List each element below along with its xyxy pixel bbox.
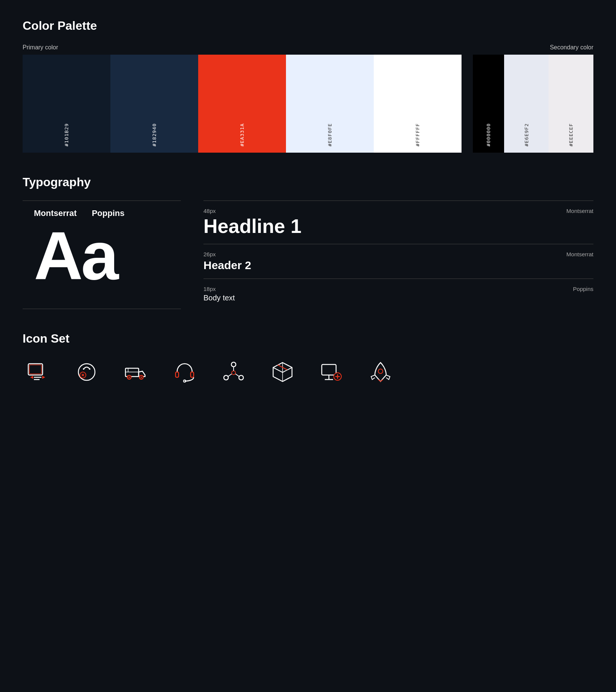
type-sample-size-header2: 26px bbox=[203, 251, 216, 257]
swatch-000000: #000000 bbox=[473, 55, 504, 153]
swatch-label-EEECEF: #EEECEF bbox=[568, 123, 574, 147]
type-sample-bodytext: 18px Poppins Body text bbox=[203, 279, 593, 309]
typography-title: Typography bbox=[23, 175, 593, 189]
swatch-label-E6E9F2: #E6E9F2 bbox=[524, 123, 529, 147]
font-name-poppins: Poppins bbox=[92, 208, 125, 218]
svg-point-14 bbox=[128, 377, 130, 378]
swatch-E8F0FE: #E8F0FE bbox=[286, 55, 374, 153]
svg-point-25 bbox=[232, 371, 235, 375]
svg-point-22 bbox=[231, 362, 236, 367]
swatch-label-101B29: #101B29 bbox=[64, 123, 69, 147]
header2-text: Header 2 bbox=[203, 259, 593, 272]
type-samples: 48px Montserrat Headline 1 26px Montserr… bbox=[203, 201, 593, 309]
icons-row bbox=[23, 357, 593, 387]
cancel-icon bbox=[72, 357, 102, 387]
color-palette-title: Color Palette bbox=[23, 19, 593, 33]
type-sample-meta-header2: 26px Montserrat bbox=[203, 251, 593, 257]
svg-rect-1 bbox=[29, 365, 41, 374]
swatch-182940: #182940 bbox=[110, 55, 198, 153]
font-names-row: Montserrat Poppins bbox=[34, 208, 170, 218]
svg-point-23 bbox=[224, 375, 228, 380]
icon-set-title: Icon Set bbox=[23, 332, 593, 346]
type-sample-headline1: 48px Montserrat Headline 1 bbox=[203, 201, 593, 244]
color-labels-row: Primary color Secondary color bbox=[23, 44, 593, 51]
add-screen-icon bbox=[316, 357, 347, 387]
swatch-label-FFFFFF: #FFFFFF bbox=[415, 123, 420, 147]
rocket-icon bbox=[365, 357, 396, 387]
support-icon bbox=[170, 357, 200, 387]
type-sample-font-bodytext: Poppins bbox=[573, 286, 593, 292]
svg-rect-12 bbox=[125, 368, 139, 377]
icon-set-section: Icon Set bbox=[23, 332, 593, 387]
swatch-EA331A: #EA331A bbox=[198, 55, 286, 153]
svg-point-24 bbox=[239, 375, 243, 380]
svg-point-16 bbox=[141, 377, 142, 378]
swatch-label-182940: #182940 bbox=[151, 123, 157, 147]
swatch-label-E8F0FE: #E8F0FE bbox=[327, 123, 333, 147]
svg-rect-29 bbox=[322, 364, 336, 375]
svg-point-6 bbox=[78, 364, 95, 380]
swatch-FFFFFF: #FFFFFF bbox=[374, 55, 462, 153]
svg-point-10 bbox=[83, 368, 84, 370]
secondary-color-label: Secondary color bbox=[550, 44, 593, 51]
package-icon bbox=[267, 357, 298, 387]
color-palette-section: Color Palette Primary color Secondary co… bbox=[23, 19, 593, 153]
font-name-montserrat: Montserrat bbox=[34, 208, 77, 218]
type-sample-size-bodytext: 18px bbox=[203, 286, 216, 292]
color-swatches-container: #101B29 #182940 #EA331A #E8F0FE #FFFFFF … bbox=[23, 55, 593, 153]
primary-swatches: #101B29 #182940 #EA331A #E8F0FE #FFFFFF bbox=[23, 55, 462, 153]
typography-section: Typography Montserrat Poppins Aa 48px Mo… bbox=[23, 175, 593, 309]
svg-rect-20 bbox=[191, 372, 194, 377]
svg-rect-19 bbox=[176, 372, 179, 377]
svg-point-11 bbox=[89, 368, 90, 370]
type-sample-size-headline1: 48px bbox=[203, 208, 216, 214]
svg-rect-0 bbox=[28, 364, 43, 375]
headline1-text: Headline 1 bbox=[203, 216, 593, 237]
swatch-label-000000: #000000 bbox=[486, 123, 491, 147]
typography-content: Montserrat Poppins Aa 48px Montserrat He… bbox=[23, 201, 593, 309]
delivery-truck-icon bbox=[121, 357, 151, 387]
swatch-label-EA331A: #EA331A bbox=[239, 123, 245, 147]
network-icon bbox=[219, 357, 249, 387]
svg-point-35 bbox=[378, 369, 383, 374]
type-sample-font-header2: Montserrat bbox=[566, 251, 593, 257]
type-sample-header2: 26px Montserrat Header 2 bbox=[203, 244, 593, 279]
big-letters-display: Aa bbox=[34, 222, 170, 290]
swatch-EEECEF: #EEECEF bbox=[549, 55, 593, 153]
primary-color-label: Primary color bbox=[23, 44, 58, 51]
type-sample-meta-headline1: 48px Montserrat bbox=[203, 208, 593, 214]
svg-line-28 bbox=[235, 374, 239, 377]
svg-marker-5 bbox=[30, 376, 33, 379]
type-sample-font-headline1: Montserrat bbox=[566, 208, 593, 214]
swatch-E6E9F2: #E6E9F2 bbox=[504, 55, 549, 153]
secondary-swatches: #000000 #E6E9F2 #EEECEF bbox=[473, 55, 593, 153]
svg-marker-4 bbox=[42, 376, 45, 379]
font-display-box: Montserrat Poppins Aa bbox=[23, 201, 181, 309]
bodytext-text: Body text bbox=[203, 294, 593, 302]
transfer-icon bbox=[23, 357, 53, 387]
type-sample-meta-bodytext: 18px Poppins bbox=[203, 286, 593, 292]
svg-line-27 bbox=[228, 374, 232, 377]
swatch-101B29: #101B29 bbox=[23, 55, 110, 153]
